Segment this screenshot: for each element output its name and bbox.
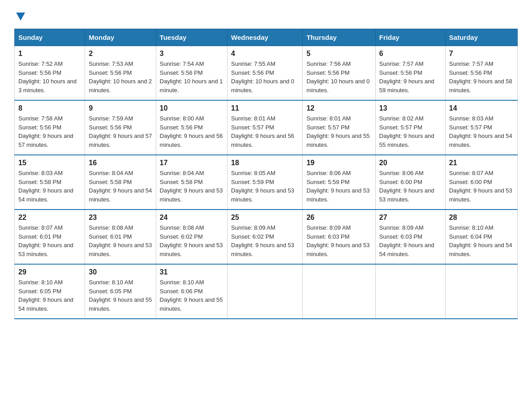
day-number: 18 (231, 159, 299, 167)
calendar-cell: 22 Sunrise: 8:07 AMSunset: 6:01 PMDaylig… (15, 210, 85, 264)
day-info: Sunrise: 7:59 AMSunset: 5:56 PMDaylight:… (89, 115, 152, 148)
calendar-cell: 5 Sunrise: 7:56 AMSunset: 5:56 PMDayligh… (303, 46, 375, 101)
day-number: 4 (231, 50, 299, 58)
day-info: Sunrise: 8:10 AMSunset: 6:04 PMDaylight:… (449, 224, 512, 257)
calendar-cell: 6 Sunrise: 7:57 AMSunset: 5:56 PMDayligh… (375, 46, 445, 101)
logo (14, 11, 25, 21)
calendar-cell: 8 Sunrise: 7:58 AMSunset: 5:56 PMDayligh… (15, 100, 85, 155)
calendar-cell (375, 264, 445, 319)
weekday-header-monday: Monday (85, 29, 156, 46)
calendar-week-row: 1 Sunrise: 7:52 AMSunset: 5:56 PMDayligh… (15, 46, 518, 101)
day-info: Sunrise: 8:04 AMSunset: 5:58 PMDaylight:… (89, 170, 152, 203)
day-info: Sunrise: 8:09 AMSunset: 6:02 PMDaylight:… (231, 224, 294, 257)
calendar-week-row: 29 Sunrise: 8:10 AMSunset: 6:05 PMDaylig… (15, 264, 518, 319)
day-info: Sunrise: 7:58 AMSunset: 5:56 PMDaylight:… (18, 115, 73, 148)
calendar-cell: 2 Sunrise: 7:53 AMSunset: 5:56 PMDayligh… (85, 46, 156, 101)
calendar-week-row: 22 Sunrise: 8:07 AMSunset: 6:01 PMDaylig… (15, 210, 518, 264)
day-number: 21 (449, 159, 514, 167)
day-info: Sunrise: 8:01 AMSunset: 5:57 PMDaylight:… (306, 115, 369, 148)
day-info: Sunrise: 7:52 AMSunset: 5:56 PMDaylight:… (18, 60, 77, 94)
day-number: 22 (18, 214, 81, 222)
calendar-cell: 17 Sunrise: 8:04 AMSunset: 5:58 PMDaylig… (156, 155, 227, 210)
calendar-cell: 28 Sunrise: 8:10 AMSunset: 6:04 PMDaylig… (445, 210, 517, 264)
day-number: 19 (306, 159, 371, 167)
weekday-header-wednesday: Wednesday (227, 29, 303, 46)
day-number: 17 (160, 159, 223, 167)
day-number: 30 (89, 268, 152, 276)
calendar-cell: 9 Sunrise: 7:59 AMSunset: 5:56 PMDayligh… (85, 100, 156, 155)
weekday-header-saturday: Saturday (445, 29, 517, 46)
day-info: Sunrise: 8:05 AMSunset: 5:59 PMDaylight:… (231, 170, 294, 203)
calendar-week-row: 8 Sunrise: 7:58 AMSunset: 5:56 PMDayligh… (15, 100, 518, 155)
day-number: 10 (160, 104, 223, 112)
day-info: Sunrise: 8:10 AMSunset: 6:06 PMDaylight:… (160, 279, 223, 312)
day-number: 27 (379, 214, 442, 222)
day-info: Sunrise: 7:57 AMSunset: 5:56 PMDaylight:… (449, 60, 512, 94)
calendar-cell: 15 Sunrise: 8:03 AMSunset: 5:58 PMDaylig… (15, 155, 85, 210)
day-number: 3 (160, 50, 223, 58)
calendar-cell: 27 Sunrise: 8:09 AMSunset: 6:03 PMDaylig… (375, 210, 445, 264)
day-info: Sunrise: 8:07 AMSunset: 6:00 PMDaylight:… (449, 170, 512, 203)
day-info: Sunrise: 8:01 AMSunset: 5:57 PMDaylight:… (231, 115, 294, 148)
day-number: 28 (449, 214, 514, 222)
day-info: Sunrise: 8:08 AMSunset: 6:01 PMDaylight:… (89, 224, 152, 257)
calendar-cell: 26 Sunrise: 8:09 AMSunset: 6:03 PMDaylig… (303, 210, 375, 264)
day-number: 25 (231, 214, 299, 222)
day-info: Sunrise: 7:53 AMSunset: 5:56 PMDaylight:… (89, 60, 152, 94)
day-number: 29 (18, 268, 81, 276)
weekday-header-row: SundayMondayTuesdayWednesdayThursdayFrid… (15, 29, 518, 46)
day-number: 13 (379, 104, 442, 112)
day-info: Sunrise: 8:00 AMSunset: 5:56 PMDaylight:… (160, 115, 223, 148)
day-number: 14 (449, 104, 514, 112)
calendar-cell (227, 264, 303, 319)
day-info: Sunrise: 8:03 AMSunset: 5:58 PMDaylight:… (18, 170, 73, 203)
day-info: Sunrise: 8:06 AMSunset: 6:00 PMDaylight:… (379, 170, 434, 203)
day-number: 12 (306, 104, 371, 112)
day-number: 2 (89, 50, 152, 58)
day-info: Sunrise: 8:03 AMSunset: 5:57 PMDaylight:… (449, 115, 512, 148)
calendar-cell: 21 Sunrise: 8:07 AMSunset: 6:00 PMDaylig… (445, 155, 517, 210)
weekday-header-tuesday: Tuesday (156, 29, 227, 46)
weekday-header-friday: Friday (375, 29, 445, 46)
calendar-cell: 13 Sunrise: 8:02 AMSunset: 5:57 PMDaylig… (375, 100, 445, 155)
day-info: Sunrise: 8:04 AMSunset: 5:58 PMDaylight:… (160, 170, 223, 203)
logo-triangle-icon (16, 13, 25, 21)
calendar-cell: 7 Sunrise: 7:57 AMSunset: 5:56 PMDayligh… (445, 46, 517, 101)
weekday-header-sunday: Sunday (15, 29, 85, 46)
day-number: 7 (449, 50, 514, 58)
calendar-week-row: 15 Sunrise: 8:03 AMSunset: 5:58 PMDaylig… (15, 155, 518, 210)
calendar-table: SundayMondayTuesdayWednesdayThursdayFrid… (14, 29, 518, 319)
day-info: Sunrise: 8:06 AMSunset: 5:59 PMDaylight:… (306, 170, 369, 203)
calendar-cell (303, 264, 375, 319)
calendar-cell: 24 Sunrise: 8:08 AMSunset: 6:02 PMDaylig… (156, 210, 227, 264)
day-number: 6 (379, 50, 442, 58)
calendar-cell: 20 Sunrise: 8:06 AMSunset: 6:00 PMDaylig… (375, 155, 445, 210)
day-number: 9 (89, 104, 152, 112)
day-number: 23 (89, 214, 152, 222)
calendar-cell: 31 Sunrise: 8:10 AMSunset: 6:06 PMDaylig… (156, 264, 227, 319)
calendar-cell: 30 Sunrise: 8:10 AMSunset: 6:05 PMDaylig… (85, 264, 156, 319)
day-info: Sunrise: 7:57 AMSunset: 5:56 PMDaylight:… (379, 60, 434, 94)
day-number: 11 (231, 104, 299, 112)
calendar-cell: 1 Sunrise: 7:52 AMSunset: 5:56 PMDayligh… (15, 46, 85, 101)
day-number: 20 (379, 159, 442, 167)
calendar-cell: 3 Sunrise: 7:54 AMSunset: 5:56 PMDayligh… (156, 46, 227, 101)
day-number: 16 (89, 159, 152, 167)
day-number: 31 (160, 268, 223, 276)
day-number: 26 (306, 214, 371, 222)
day-number: 1 (18, 50, 81, 58)
day-info: Sunrise: 8:07 AMSunset: 6:01 PMDaylight:… (18, 224, 73, 257)
day-info: Sunrise: 7:54 AMSunset: 5:56 PMDaylight:… (160, 60, 223, 94)
calendar-cell: 25 Sunrise: 8:09 AMSunset: 6:02 PMDaylig… (227, 210, 303, 264)
day-info: Sunrise: 7:56 AMSunset: 5:56 PMDaylight:… (306, 60, 369, 94)
calendar-cell: 14 Sunrise: 8:03 AMSunset: 5:57 PMDaylig… (445, 100, 517, 155)
calendar-cell: 12 Sunrise: 8:01 AMSunset: 5:57 PMDaylig… (303, 100, 375, 155)
calendar-cell: 11 Sunrise: 8:01 AMSunset: 5:57 PMDaylig… (227, 100, 303, 155)
calendar-cell: 18 Sunrise: 8:05 AMSunset: 5:59 PMDaylig… (227, 155, 303, 210)
calendar-cell: 16 Sunrise: 8:04 AMSunset: 5:58 PMDaylig… (85, 155, 156, 210)
day-info: Sunrise: 7:55 AMSunset: 5:56 PMDaylight:… (231, 60, 294, 94)
calendar-cell: 23 Sunrise: 8:08 AMSunset: 6:01 PMDaylig… (85, 210, 156, 264)
calendar-cell: 29 Sunrise: 8:10 AMSunset: 6:05 PMDaylig… (15, 264, 85, 319)
day-number: 8 (18, 104, 81, 112)
day-number: 5 (306, 50, 371, 58)
